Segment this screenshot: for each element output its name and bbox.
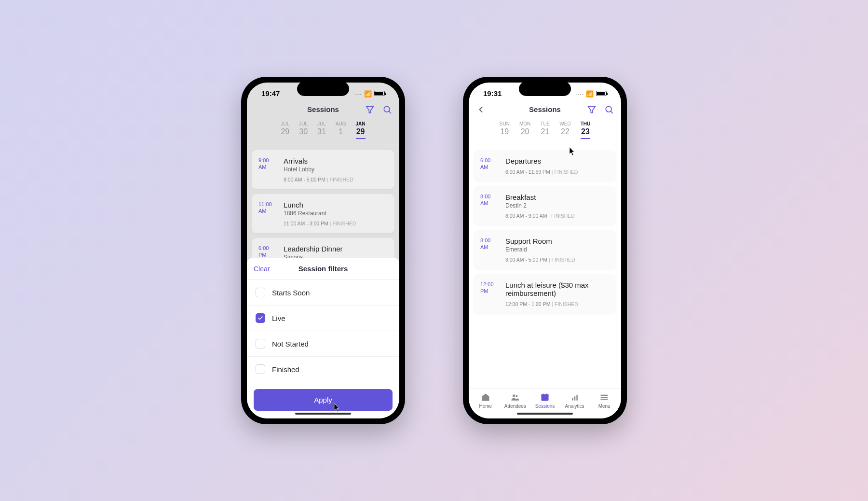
date-tab-day: WED (559, 121, 570, 126)
svg-marker-0 (366, 106, 374, 112)
date-tab-day: THU (581, 121, 591, 126)
date-tab[interactable]: JUL29 (281, 121, 289, 139)
session-meta: 11:00 AM - 3:00 PM | FINISHED (284, 221, 388, 226)
search-icon[interactable] (604, 104, 614, 115)
session-title: Breakfast (505, 193, 610, 201)
session-time: 11:00 AM (258, 201, 277, 226)
session-location: Hotel Lobby (284, 166, 388, 173)
session-time: 8:00 AM (480, 193, 499, 219)
filter-icon[interactable] (586, 104, 597, 115)
chevron-left-icon[interactable] (475, 104, 486, 115)
date-tab-day: JAN (356, 121, 366, 126)
filter-label: Starts Soon (272, 289, 310, 297)
session-status: FINISHED (555, 301, 578, 307)
date-tab[interactable]: MON20 (519, 121, 530, 139)
checkbox[interactable] (256, 288, 265, 297)
tab-home[interactable]: Home (471, 392, 501, 409)
date-tab-num: 23 (581, 127, 591, 139)
checkbox[interactable] (256, 339, 265, 348)
session-card[interactable]: 6:00 AMDepartures6:00 AM - 11:59 PM | FI… (474, 150, 616, 181)
home-indicator[interactable] (517, 413, 573, 415)
sessions-list: 6:00 AMDepartures6:00 AM - 11:59 PM | FI… (469, 144, 621, 324)
tab-menu[interactable]: Menu (589, 392, 619, 409)
cursor-icon (334, 404, 340, 412)
date-tab-day: AUG (336, 121, 346, 126)
filter-row[interactable]: Live (247, 306, 399, 331)
session-location: Emerald (505, 246, 610, 253)
session-status: FINISHED (332, 221, 356, 226)
header: Sessions (469, 100, 621, 118)
session-card[interactable]: 9:00 AMArrivalsHotel Lobby9:00 AM - 5:00… (252, 150, 394, 189)
session-time: 12:00 PM (480, 281, 499, 307)
session-status: FINISHED (554, 169, 578, 175)
date-tab-day: JUL (317, 121, 326, 126)
home-indicator[interactable] (295, 413, 351, 415)
date-tab-num: 1 (336, 127, 346, 136)
svg-line-2 (389, 111, 391, 113)
date-tab-num: 29 (281, 127, 289, 136)
filter-icon[interactable] (365, 104, 375, 115)
header: Sessions (247, 100, 399, 118)
date-tab-num: 19 (500, 127, 510, 136)
date-tab[interactable]: AUG1 (336, 121, 346, 139)
tab-attendees[interactable]: Attendees (501, 392, 530, 409)
status-icons: .... (576, 89, 607, 97)
filter-label: Not Started (272, 340, 309, 348)
filter-row[interactable]: Not Started (247, 331, 399, 357)
wifi-icon (364, 89, 372, 97)
tab-analytics[interactable]: Analytics (560, 392, 590, 409)
session-meta: 6:00 AM - 11:59 PM | FINISHED (505, 169, 610, 175)
attendees-icon (501, 392, 530, 402)
date-tabs: SUN19MON20TUE21WED22THU23 (469, 118, 621, 144)
session-status: FINISHED (551, 213, 575, 219)
date-tab[interactable]: JAN29 (356, 121, 366, 139)
svg-rect-14 (576, 395, 578, 401)
session-status: FINISHED (552, 257, 575, 263)
date-tab-num: 30 (299, 127, 308, 136)
date-tab-day: TUE (540, 121, 550, 126)
sessions-icon (530, 392, 560, 402)
tab-label: Menu (589, 404, 619, 409)
clear-button[interactable]: Clear (254, 265, 270, 273)
svg-rect-12 (572, 398, 573, 401)
filter-label: Live (272, 314, 285, 322)
tab-label: Analytics (560, 404, 590, 409)
session-time: 6:00 AM (480, 157, 499, 175)
phone-right: 19:31 .... Sessions SUN19MON20TUE21WED22 (463, 77, 627, 424)
header-title: Sessions (529, 105, 561, 113)
analytics-icon (560, 392, 590, 402)
date-tab[interactable]: THU23 (581, 121, 591, 139)
signal-dots-icon: .... (354, 91, 362, 96)
date-tab[interactable]: TUE21 (540, 121, 550, 139)
search-icon[interactable] (382, 104, 393, 115)
session-card[interactable]: 11:00 AMLunch1886 Restaurant11:00 AM - 3… (252, 194, 394, 233)
battery-icon (374, 91, 385, 96)
sheet-header: Clear Session filters (247, 258, 399, 280)
svg-rect-13 (574, 396, 575, 400)
session-card[interactable]: 8:00 AMSupport RoomEmerald8:00 AM - 5:00… (474, 230, 616, 269)
svg-rect-9 (541, 394, 548, 396)
session-title: Departures (505, 157, 610, 165)
date-tab-num: 21 (540, 127, 550, 136)
date-tab[interactable]: WED22 (559, 121, 570, 139)
session-card[interactable]: 8:00 AMBreakfastDestin 28:00 AM - 9:00 A… (474, 186, 616, 225)
svg-point-6 (513, 394, 515, 397)
session-title: Lunch at leisure ($30 max reimbursement) (505, 281, 610, 297)
session-card[interactable]: 12:00 PMLunch at leisure ($30 max reimbu… (474, 274, 616, 314)
tab-label: Home (471, 404, 501, 409)
signal-dots-icon: .... (576, 91, 583, 96)
checkbox[interactable] (256, 313, 265, 323)
date-tab[interactable]: SUN19 (500, 121, 510, 139)
filter-row[interactable]: Starts Soon (247, 280, 399, 306)
session-title: Arrivals (284, 157, 388, 165)
date-tab[interactable]: JUL30 (299, 121, 308, 139)
session-location: 1886 Restaurant (284, 210, 388, 217)
date-tab-num: 22 (559, 127, 570, 136)
checkbox[interactable] (256, 364, 265, 374)
sheet-title: Session filters (298, 264, 348, 273)
tab-sessions[interactable]: Sessions (530, 392, 560, 409)
filter-row[interactable]: Finished (247, 357, 399, 382)
apply-button[interactable]: Apply (254, 389, 393, 411)
header-title: Sessions (307, 105, 339, 113)
date-tab[interactable]: JUL31 (317, 121, 326, 139)
